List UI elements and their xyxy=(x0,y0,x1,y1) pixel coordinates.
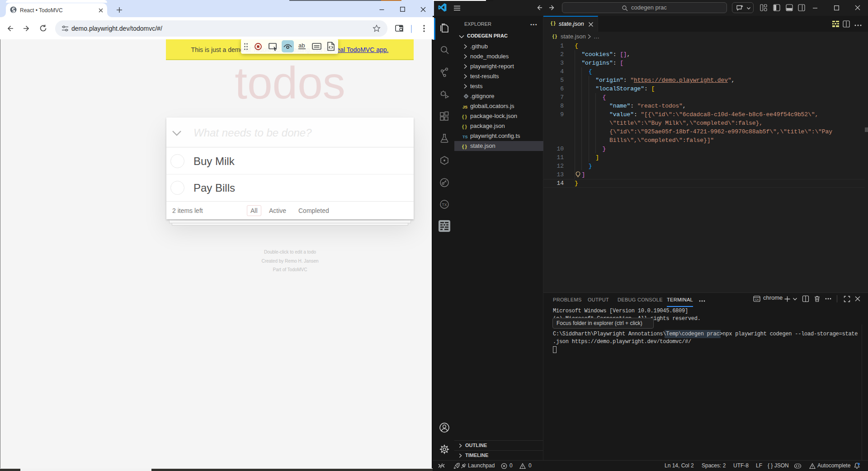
svg-text:CA: CA xyxy=(755,298,759,301)
svg-text:ab: ab xyxy=(298,42,305,49)
svg-text:TX: TX xyxy=(442,203,447,207)
